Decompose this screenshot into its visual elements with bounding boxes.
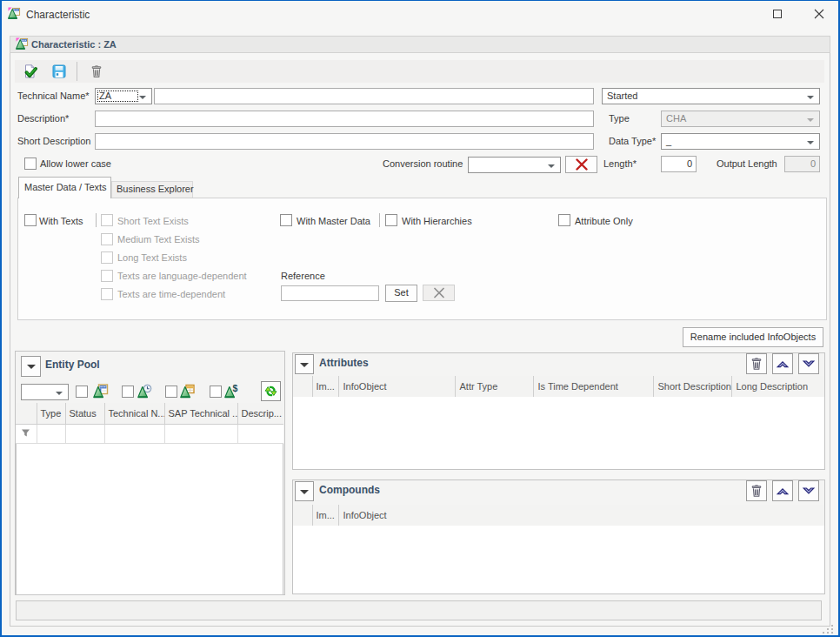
svg-text:$: $ — [233, 383, 238, 393]
